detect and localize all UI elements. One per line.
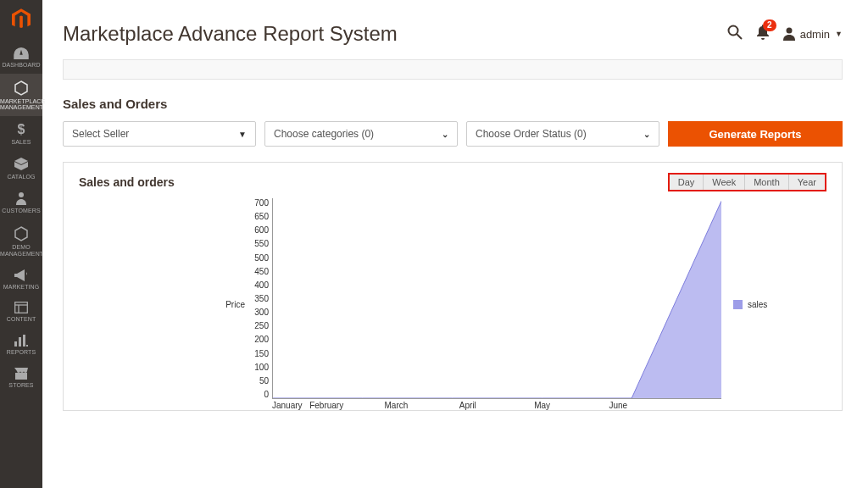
svg-rect-5	[19, 337, 21, 347]
user-menu[interactable]: admin ▼	[783, 27, 843, 41]
sidebar-item-catalog[interactable]: CATALOG	[0, 151, 42, 186]
chart-legend: sales	[733, 300, 767, 309]
main-content: Marketplace Advance Report System 2 admi…	[42, 0, 868, 488]
choose-categories-dropdown[interactable]: Choose categories (0) ⌄	[264, 121, 458, 147]
store-icon	[14, 368, 28, 380]
y-tick: 100	[254, 363, 269, 372]
legend-label: sales	[748, 300, 767, 309]
sidebar: DASHBOARD MARKETPLACE MANAGEMENT $ SALES…	[0, 0, 42, 488]
y-tick: 0	[264, 390, 269, 399]
sidebar-item-label: CONTENT	[0, 316, 42, 323]
svg-point-0	[19, 192, 24, 197]
notification-count-badge: 2	[763, 19, 776, 31]
gauge-icon	[14, 47, 29, 59]
sidebar-item-marketplace-management[interactable]: MARKETPLACE MANAGEMENT	[0, 74, 42, 116]
x-tick: June	[647, 401, 721, 410]
svg-rect-6	[23, 335, 25, 347]
sidebar-item-label: MARKETPLACE MANAGEMENT	[0, 98, 42, 111]
message-bar	[63, 59, 843, 80]
sidebar-item-label: DEMO MANAGEMENT	[0, 244, 42, 257]
page-title: Marketplace Advance Report System	[63, 22, 727, 46]
y-tick: 200	[254, 335, 269, 344]
search-button[interactable]	[727, 25, 743, 43]
y-axis-label: Price	[223, 300, 248, 309]
chart-plot-area	[272, 198, 721, 399]
y-tick: 450	[254, 267, 269, 276]
y-tick: 300	[254, 308, 269, 317]
sidebar-item-reports[interactable]: REPORTS	[0, 328, 42, 361]
toggle-day[interactable]: Day	[670, 175, 704, 190]
svg-rect-7	[26, 345, 28, 347]
y-tick: 400	[254, 280, 269, 290]
sidebar-item-stores[interactable]: STORES	[0, 361, 42, 394]
hexagon-icon	[14, 80, 28, 96]
chevron-down-icon: ⌄	[442, 130, 448, 139]
toggle-year[interactable]: Year	[789, 175, 825, 190]
chart-title: Sales and orders	[79, 175, 175, 189]
y-tick: 150	[254, 349, 269, 358]
filter-row: Select Seller ▼ Choose categories (0) ⌄ …	[63, 121, 843, 147]
y-tick: 550	[254, 239, 269, 248]
select-placeholder: Choose Order Status (0)	[476, 128, 587, 140]
y-axis-ticks: 7006506005505004504003503002502001501005…	[248, 198, 272, 399]
dollar-icon: $	[0, 123, 42, 136]
hexagon-icon	[14, 226, 28, 241]
topbar: Marketplace Advance Report System 2 admi…	[63, 0, 843, 59]
y-tick: 50	[259, 376, 269, 385]
chart-svg	[273, 198, 721, 398]
bar-chart-icon	[14, 335, 28, 347]
chevron-down-icon: ⌄	[643, 130, 650, 139]
sidebar-item-content[interactable]: CONTENT	[0, 295, 42, 328]
y-tick: 650	[254, 212, 269, 221]
caret-down-icon: ▼	[238, 130, 247, 139]
x-axis-ticks: JanuaryFebruaryMarchAprilMayJune	[272, 401, 721, 410]
sidebar-item-label: REPORTS	[0, 349, 42, 356]
svg-point-10	[786, 28, 792, 34]
time-range-toggle-group: Day Week Month Year	[668, 173, 826, 191]
svg-line-9	[737, 34, 742, 39]
chevron-down-icon: ▼	[835, 30, 843, 38]
cube-icon	[14, 158, 28, 171]
sidebar-item-label: CUSTOMERS	[0, 208, 42, 214]
svg-point-8	[728, 26, 737, 36]
svg-rect-4	[14, 341, 17, 347]
layout-icon	[14, 302, 28, 313]
chart-card: Sales and orders Day Week Month Year Pri…	[63, 162, 843, 411]
notifications-button[interactable]: 2	[756, 25, 770, 43]
sidebar-item-label: MARKETING	[0, 284, 42, 291]
y-tick: 500	[254, 253, 269, 263]
section-title: Sales and Orders	[63, 97, 843, 111]
select-placeholder: Choose categories (0)	[274, 128, 374, 140]
y-tick: 350	[254, 294, 269, 303]
select-seller-dropdown[interactable]: Select Seller ▼	[63, 121, 256, 147]
megaphone-icon	[14, 269, 28, 281]
chart-body: Price 7006506005505004504003503002502001…	[79, 198, 826, 410]
sidebar-item-label: DASHBOARD	[0, 62, 42, 69]
sidebar-item-label: STORES	[0, 382, 42, 389]
sidebar-item-sales[interactable]: $ SALES	[0, 116, 42, 151]
sidebar-item-demo-management[interactable]: DEMO MANAGEMENT	[0, 219, 42, 262]
sidebar-item-dashboard[interactable]: DASHBOARD	[0, 41, 42, 74]
toggle-week[interactable]: Week	[704, 175, 745, 190]
svg-rect-1	[15, 302, 28, 313]
sidebar-item-marketing[interactable]: MARKETING	[0, 263, 42, 296]
sidebar-item-customers[interactable]: CUSTOMERS	[0, 185, 42, 219]
sidebar-item-label: CATALOG	[0, 174, 42, 180]
magento-logo[interactable]	[0, 0, 42, 41]
user-icon	[783, 27, 795, 41]
y-tick: 700	[254, 198, 269, 208]
sidebar-item-label: SALES	[0, 139, 42, 146]
user-label: admin	[800, 28, 830, 41]
search-icon	[727, 25, 743, 40]
select-placeholder: Select Seller	[72, 128, 129, 140]
top-actions: 2 admin ▼	[727, 25, 843, 43]
y-tick: 600	[254, 225, 269, 235]
y-tick: 250	[254, 321, 269, 330]
person-icon	[16, 191, 26, 205]
legend-swatch	[733, 300, 743, 309]
toggle-month[interactable]: Month	[745, 175, 789, 190]
generate-reports-button[interactable]: Generate Reports	[668, 121, 843, 147]
choose-order-status-dropdown[interactable]: Choose Order Status (0) ⌄	[466, 121, 659, 147]
